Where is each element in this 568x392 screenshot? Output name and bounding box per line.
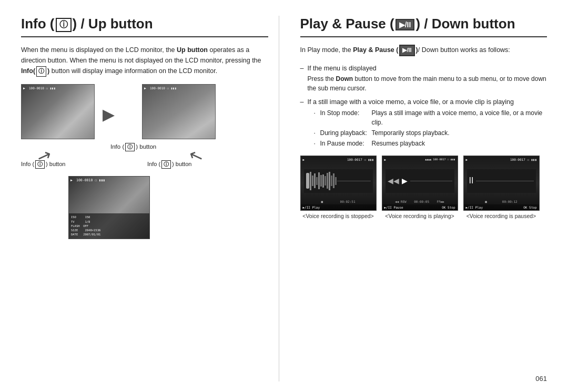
arrow-right: ▶ xyxy=(103,105,115,123)
page-number: 061 xyxy=(535,375,547,383)
right-section: Play & Pause (▶/II) / Down button In Pla… xyxy=(295,16,547,381)
info-btn-label-right: Info (ⓘ) button xyxy=(147,160,191,169)
vs1-top: ▶ 100-0017 ☐ ▮▮▮ xyxy=(301,156,376,163)
sub-item-pause: In Pause mode: Resumes playback xyxy=(313,139,547,148)
voice-screen-stopped: ▶ 100-0017 ☐ ▮▮▮ xyxy=(300,156,377,219)
left-section: Info (ⓘ) / Up button When the menu is di… xyxy=(21,16,279,381)
left-title: Info (ⓘ) / Up button xyxy=(21,16,268,37)
stop-mode-label: In Stop mode: xyxy=(320,108,368,127)
camera-screen-1: ▶ 100-0010 ☐ ▮▮▮ xyxy=(21,84,97,139)
vs1-waveform xyxy=(301,163,376,199)
camera-screen-3: ▶ 100-0010 ☐ ▮▮▮ ISO 150 TV 1/8 FLASH OF… xyxy=(68,176,150,239)
vs3-caption: <Voice recording is paused> xyxy=(466,213,536,219)
vs3-waveform: II xyxy=(464,163,539,199)
info-btn-label-center: Info (ⓘ) button xyxy=(110,143,156,151)
vs3-bottom: ▶/II Play OK Stop xyxy=(464,204,539,210)
play-pause-icon-title: ▶/II xyxy=(395,19,415,30)
bullet-item-2: If a still image with a voice memo, a vo… xyxy=(300,97,547,148)
vs3-top: ▶ 100-0017 ☐ ▮▮▮ xyxy=(464,156,539,163)
voice-screenshots-row: ▶ 100-0017 ☐ ▮▮▮ xyxy=(300,156,547,219)
pause-mode-label: In Pause mode: xyxy=(320,139,368,148)
playback-mode-desc: Temporarily stops playback. xyxy=(372,128,450,138)
sub-item-stop: In Stop mode: Plays a still image with a… xyxy=(313,108,547,127)
voice-screen-paused: ▶ 100-0017 ☐ ▮▮▮ II ■ 00:00:12 ▶/II Pl xyxy=(463,156,540,219)
pause-mode-desc: Resumes playback xyxy=(372,139,425,148)
info-icon-title: ⓘ xyxy=(56,18,72,32)
info-btn-label-left: Info (ⓘ) button xyxy=(21,160,65,169)
vs2-top: ▶ ▲▲▲▲ 100-0017 ☐ ▮▮▮ xyxy=(382,156,458,163)
bullet-item-1: If the menu is displayed Press the Down … xyxy=(300,64,547,94)
stop-mode-desc: Plays a still image with a voice memo, a… xyxy=(372,108,547,127)
vs1-caption: <Voice recording is stopped> xyxy=(302,213,373,219)
right-intro: In Play mode, the Play & Pause (▶/II)/ D… xyxy=(300,45,547,56)
right-title: Play & Pause (▶/II) / Down button xyxy=(300,16,547,37)
vs1-bottom: ▶/II Play xyxy=(301,204,376,210)
right-bullet-list: If the menu is displayed Press the Down … xyxy=(300,64,547,149)
sub-bullet-list: In Stop mode: Plays a still image with a… xyxy=(313,108,547,148)
vs2-bottom: ▶/II Pause OK Stop xyxy=(382,204,458,210)
left-body-text: When the menu is displayed on the LCD mo… xyxy=(21,45,268,77)
vs2-waveform: ◀◀ ▶ xyxy=(382,163,458,199)
vs2-caption: <Voice recording is playing> xyxy=(385,213,454,219)
camera-screen-2: ▶ 100-0010 ☐ ▮▮▮ xyxy=(142,84,218,139)
sub-item-playback: During playback: Temporarily stops playb… xyxy=(313,128,547,138)
left-diagram: ▶ 100-0010 ☐ ▮▮▮ ▶ ▶ 100-0010 ☐ ▮▮▮ Info… xyxy=(21,84,268,263)
voice-screen-playing: ▶ ▲▲▲▲ 100-0017 ☐ ▮▮▮ ◀◀ ▶ ◀◀ REW 00:00:… xyxy=(382,156,458,219)
playback-mode-label: During playback: xyxy=(320,128,368,138)
